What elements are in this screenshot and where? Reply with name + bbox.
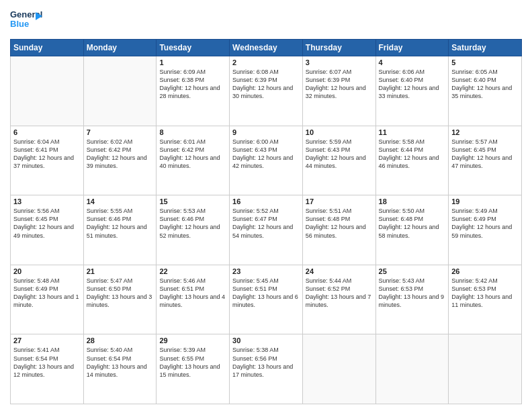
day-number: 18 (379, 197, 446, 205)
day-number: 13 (13, 197, 81, 205)
day-info: Sunrise: 5:42 AM Sunset: 6:53 PM Dayligh… (451, 277, 519, 310)
calendar-cell: 2Sunrise: 6:08 AM Sunset: 6:39 PM Daylig… (230, 56, 303, 126)
day-info: Sunrise: 6:05 AM Sunset: 6:40 PM Dayligh… (451, 68, 519, 101)
day-number: 8 (159, 128, 226, 136)
day-info: Sunrise: 5:43 AM Sunset: 6:53 PM Dayligh… (379, 277, 446, 310)
weekday-header-wednesday: Wednesday (230, 40, 303, 56)
day-info: Sunrise: 5:59 AM Sunset: 6:43 PM Dayligh… (306, 138, 373, 171)
day-number: 22 (159, 267, 226, 275)
calendar-cell: 30Sunrise: 5:38 AM Sunset: 6:56 PM Dayli… (230, 334, 303, 404)
calendar-cell: 23Sunrise: 5:45 AM Sunset: 6:51 PM Dayli… (230, 265, 303, 334)
weekday-header-saturday: Saturday (449, 40, 522, 56)
logo-icon: General Blue (10, 7, 42, 32)
calendar-cell: 25Sunrise: 5:43 AM Sunset: 6:53 PM Dayli… (375, 265, 449, 334)
day-number: 10 (306, 128, 373, 136)
day-info: Sunrise: 5:48 AM Sunset: 6:49 PM Dayligh… (13, 277, 81, 310)
calendar-cell: 15Sunrise: 5:53 AM Sunset: 6:46 PM Dayli… (157, 195, 230, 265)
day-info: Sunrise: 6:06 AM Sunset: 6:40 PM Dayligh… (379, 68, 446, 101)
day-info: Sunrise: 5:50 AM Sunset: 6:48 PM Dayligh… (379, 207, 446, 240)
header: General Blue (10, 7, 522, 35)
day-info: Sunrise: 6:02 AM Sunset: 6:42 PM Dayligh… (87, 138, 154, 171)
day-number: 4 (379, 58, 446, 66)
day-info: Sunrise: 6:01 AM Sunset: 6:42 PM Dayligh… (159, 138, 226, 171)
weekday-header-thursday: Thursday (302, 40, 375, 56)
calendar-cell: 3Sunrise: 6:07 AM Sunset: 6:39 PM Daylig… (302, 56, 375, 126)
day-number: 5 (451, 58, 519, 66)
calendar-cell: 9Sunrise: 6:00 AM Sunset: 6:43 PM Daylig… (230, 126, 303, 195)
weekday-header-friday: Friday (375, 40, 449, 56)
day-number: 29 (159, 336, 226, 345)
day-number: 24 (306, 267, 373, 275)
day-info: Sunrise: 5:56 AM Sunset: 6:45 PM Dayligh… (13, 207, 81, 240)
day-info: Sunrise: 5:46 AM Sunset: 6:51 PM Dayligh… (159, 277, 226, 310)
day-number: 23 (232, 267, 300, 275)
weekday-header-monday: Monday (83, 40, 157, 56)
calendar-week-4: 20Sunrise: 5:48 AM Sunset: 6:49 PM Dayli… (11, 265, 522, 334)
day-info: Sunrise: 5:38 AM Sunset: 6:56 PM Dayligh… (232, 346, 300, 379)
day-info: Sunrise: 6:07 AM Sunset: 6:39 PM Dayligh… (306, 68, 373, 101)
day-number: 11 (379, 128, 446, 136)
weekday-header-sunday: Sunday (11, 40, 84, 56)
calendar-cell: 6Sunrise: 6:04 AM Sunset: 6:41 PM Daylig… (11, 126, 84, 195)
weekday-header-tuesday: Tuesday (157, 40, 230, 56)
calendar-cell (11, 56, 84, 126)
day-number: 9 (232, 128, 300, 136)
calendar-cell: 13Sunrise: 5:56 AM Sunset: 6:45 PM Dayli… (11, 195, 84, 265)
day-number: 28 (87, 336, 154, 345)
day-info: Sunrise: 6:04 AM Sunset: 6:41 PM Dayligh… (13, 138, 81, 171)
day-info: Sunrise: 5:58 AM Sunset: 6:44 PM Dayligh… (379, 138, 446, 171)
day-number: 15 (159, 197, 226, 205)
calendar-cell: 14Sunrise: 5:55 AM Sunset: 6:46 PM Dayli… (83, 195, 157, 265)
day-info: Sunrise: 5:47 AM Sunset: 6:50 PM Dayligh… (87, 277, 154, 310)
day-number: 7 (87, 128, 154, 136)
calendar-cell: 18Sunrise: 5:50 AM Sunset: 6:48 PM Dayli… (375, 195, 449, 265)
calendar-cell: 22Sunrise: 5:46 AM Sunset: 6:51 PM Dayli… (157, 265, 230, 334)
calendar-cell (449, 334, 522, 404)
day-number: 26 (451, 267, 519, 275)
day-info: Sunrise: 5:55 AM Sunset: 6:46 PM Dayligh… (87, 207, 154, 240)
calendar-cell: 7Sunrise: 6:02 AM Sunset: 6:42 PM Daylig… (83, 126, 157, 195)
day-number: 19 (451, 197, 519, 205)
calendar-cell: 12Sunrise: 5:57 AM Sunset: 6:45 PM Dayli… (449, 126, 522, 195)
calendar-week-3: 13Sunrise: 5:56 AM Sunset: 6:45 PM Dayli… (11, 195, 522, 265)
day-number: 25 (379, 267, 446, 275)
calendar-cell: 19Sunrise: 5:49 AM Sunset: 6:49 PM Dayli… (449, 195, 522, 265)
day-number: 17 (306, 197, 373, 205)
day-number: 16 (232, 197, 300, 205)
day-info: Sunrise: 5:41 AM Sunset: 6:54 PM Dayligh… (13, 346, 81, 379)
calendar-week-2: 6Sunrise: 6:04 AM Sunset: 6:41 PM Daylig… (11, 126, 522, 195)
calendar-cell (302, 334, 375, 404)
day-number: 1 (159, 58, 226, 66)
calendar-table: SundayMondayTuesdayWednesdayThursdayFrid… (10, 39, 522, 404)
day-number: 27 (13, 336, 81, 345)
calendar-cell: 29Sunrise: 5:39 AM Sunset: 6:55 PM Dayli… (157, 334, 230, 404)
day-info: Sunrise: 5:49 AM Sunset: 6:49 PM Dayligh… (451, 207, 519, 240)
calendar-cell: 11Sunrise: 5:58 AM Sunset: 6:44 PM Dayli… (375, 126, 449, 195)
calendar-header-row: SundayMondayTuesdayWednesdayThursdayFrid… (11, 40, 522, 56)
calendar-cell: 4Sunrise: 6:06 AM Sunset: 6:40 PM Daylig… (375, 56, 449, 126)
day-number: 3 (306, 58, 373, 66)
calendar-week-1: 1Sunrise: 6:09 AM Sunset: 6:38 PM Daylig… (11, 56, 522, 126)
calendar-cell (375, 334, 449, 404)
calendar-cell: 28Sunrise: 5:40 AM Sunset: 6:54 PM Dayli… (83, 334, 157, 404)
calendar-week-5: 27Sunrise: 5:41 AM Sunset: 6:54 PM Dayli… (11, 334, 522, 404)
day-info: Sunrise: 5:52 AM Sunset: 6:47 PM Dayligh… (232, 207, 300, 240)
calendar-cell: 5Sunrise: 6:05 AM Sunset: 6:40 PM Daylig… (449, 56, 522, 126)
calendar-cell: 26Sunrise: 5:42 AM Sunset: 6:53 PM Dayli… (449, 265, 522, 334)
page: General Blue SundayMondayTuesdayWednesda… (0, 0, 532, 411)
calendar-cell: 16Sunrise: 5:52 AM Sunset: 6:47 PM Dayli… (230, 195, 303, 265)
calendar-cell: 17Sunrise: 5:51 AM Sunset: 6:48 PM Dayli… (302, 195, 375, 265)
calendar-body: 1Sunrise: 6:09 AM Sunset: 6:38 PM Daylig… (11, 56, 522, 404)
calendar-cell: 24Sunrise: 5:44 AM Sunset: 6:52 PM Dayli… (302, 265, 375, 334)
day-info: Sunrise: 5:53 AM Sunset: 6:46 PM Dayligh… (159, 207, 226, 240)
day-number: 2 (232, 58, 300, 66)
calendar-cell (83, 56, 157, 126)
day-number: 12 (451, 128, 519, 136)
calendar-cell: 1Sunrise: 6:09 AM Sunset: 6:38 PM Daylig… (157, 56, 230, 126)
day-number: 21 (87, 267, 154, 275)
day-info: Sunrise: 5:44 AM Sunset: 6:52 PM Dayligh… (306, 277, 373, 310)
calendar-cell: 8Sunrise: 6:01 AM Sunset: 6:42 PM Daylig… (157, 126, 230, 195)
calendar-cell: 20Sunrise: 5:48 AM Sunset: 6:49 PM Dayli… (11, 265, 84, 334)
day-info: Sunrise: 6:08 AM Sunset: 6:39 PM Dayligh… (232, 68, 300, 101)
day-info: Sunrise: 6:00 AM Sunset: 6:43 PM Dayligh… (232, 138, 300, 171)
